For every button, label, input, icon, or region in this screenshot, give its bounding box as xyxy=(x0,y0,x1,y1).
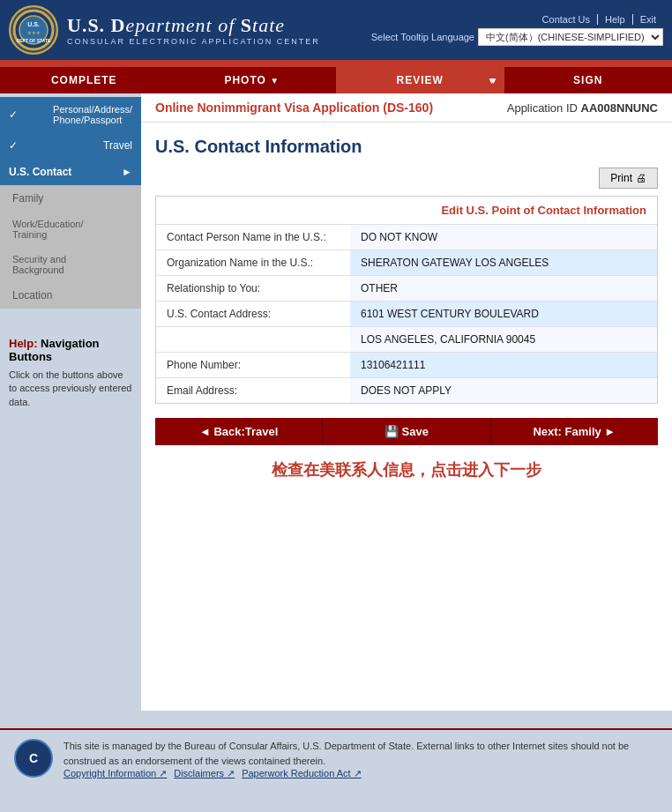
table-row: Phone Number: 13106421111 xyxy=(156,353,657,378)
tab-sign[interactable]: SIGN xyxy=(504,67,673,93)
field-value-2: OTHER xyxy=(350,276,657,301)
field-label-4 xyxy=(156,327,350,352)
field-value-0: DO NOT KNOW xyxy=(350,225,657,250)
field-value-6: DOES NOT APPLY xyxy=(350,378,657,403)
help-title: Help: Navigation Buttons xyxy=(9,337,132,363)
nav-tabs: COMPLETE PHOTO ▼ REVIEW ▼ SIGN xyxy=(0,67,672,93)
sidebar-label-travel: Travel xyxy=(103,139,132,152)
app-id-value: AA008NNUNC xyxy=(581,101,658,115)
sidebar-item-travel[interactable]: ✓ Travel xyxy=(0,132,141,159)
sidebar-label-personal: Personal/Address/Phone/Passport xyxy=(53,104,132,125)
next-button[interactable]: Next: Family ► xyxy=(491,418,658,445)
lang-label: Select Tooltip Language xyxy=(371,32,474,42)
copyright-link[interactable]: Copyright Information ↗ xyxy=(63,768,167,779)
footer-text: This site is managed by the Bureau of Co… xyxy=(63,739,658,768)
back-button[interactable]: ◄ Back:Travel xyxy=(155,418,322,445)
sidebar-item-security[interactable]: Security andBackground xyxy=(0,247,141,282)
sidebar-label-location: Location xyxy=(12,289,52,302)
table-row: Relationship to You: OTHER xyxy=(156,276,657,302)
table-row: Email Address: DOES NOT APPLY xyxy=(156,378,657,403)
field-value-4: LOS ANGELES, CALIFORNIA 90045 xyxy=(350,327,657,352)
sidebar: ✓ Personal/Address/Phone/Passport ✓ Trav… xyxy=(0,93,141,711)
tab-photo[interactable]: PHOTO ▼ xyxy=(168,67,337,93)
check-icon: ✓ xyxy=(9,108,18,121)
edit-link[interactable]: Edit U.S. Point of Contact Information xyxy=(441,204,646,217)
sidebar-label-work: Work/Education/Training xyxy=(12,219,84,240)
app-title: Online Nonimmigrant Visa Application (DS… xyxy=(155,101,433,115)
help-label: Help: xyxy=(9,337,38,350)
field-value-5: 13106421111 xyxy=(350,353,657,377)
page-title: U.S. Contact Information xyxy=(141,123,672,164)
print-btn-area: Print 🖨 xyxy=(141,164,672,196)
sidebar-item-work[interactable]: Work/Education/Training xyxy=(0,212,141,247)
svg-text:U.S.: U.S. xyxy=(27,21,40,27)
review-dropdown-icon: ▼ xyxy=(488,76,497,86)
application-header: Online Nonimmigrant Visa Application (DS… xyxy=(141,93,672,123)
annotation-text: 检查在美联系人信息，点击进入下一步 xyxy=(155,459,658,480)
field-label-2: Relationship to You: xyxy=(156,276,350,301)
field-label-1: Organization Name in the U.S.: xyxy=(156,250,350,275)
help-section: Help: Navigation Buttons Click on the bu… xyxy=(0,326,141,420)
content-area: Online Nonimmigrant Visa Application (DS… xyxy=(141,93,672,711)
edit-link-row: Edit U.S. Point of Contact Information xyxy=(156,197,657,225)
print-icon: 🖨 xyxy=(636,172,646,184)
field-value-1: SHERATON GATEWAY LOS ANGELES xyxy=(350,250,657,275)
help-text: Click on the buttons above to access pre… xyxy=(9,369,132,409)
save-button[interactable]: 💾 Save xyxy=(322,418,490,445)
sidebar-label-security: Security andBackground xyxy=(12,254,66,275)
header-title: U.S. Department of State CONSULAR ELECTR… xyxy=(67,14,320,46)
footer: C This site is managed by the Bureau of … xyxy=(0,728,672,788)
sidebar-label-us-contact: U.S. Contact xyxy=(9,166,71,178)
photo-arrow-icon: ▼ xyxy=(270,76,280,86)
sidebar-item-us-contact[interactable]: U.S. Contact ► xyxy=(0,159,141,185)
action-bar: ◄ Back:Travel 💾 Save Next: Family ► xyxy=(155,418,658,445)
sidebar-item-location[interactable]: Location xyxy=(0,282,141,309)
sidebar-label-family: Family xyxy=(12,192,43,205)
info-section: Edit U.S. Point of Contact Information C… xyxy=(155,196,658,404)
footer-seal: C xyxy=(14,739,53,778)
red-stripe xyxy=(0,60,672,67)
app-id-label: Application ID xyxy=(507,101,578,115)
table-row: U.S. Contact Address: 6101 WEST CENTURY … xyxy=(156,302,657,327)
svg-text:DEPT OF STATE: DEPT OF STATE xyxy=(17,38,51,43)
header: U.S. ★ ★ ★ DEPT OF STATE U.S. Department… xyxy=(0,0,672,60)
sidebar-item-family[interactable]: Family xyxy=(0,185,141,212)
agency-subtitle: CONSULAR ELECTRONIC APPLICATION CENTER xyxy=(67,37,320,46)
seal-logo: U.S. ★ ★ ★ DEPT OF STATE xyxy=(9,5,58,55)
app-id: Application ID AA008NNUNC xyxy=(507,101,658,115)
top-links: Contact Us Help Exit xyxy=(535,14,663,25)
main-wrapper: ✓ Personal/Address/Phone/Passport ✓ Trav… xyxy=(0,93,672,711)
tab-review[interactable]: REVIEW ▼ xyxy=(336,67,504,93)
header-left: U.S. ★ ★ ★ DEPT OF STATE U.S. Department… xyxy=(9,5,320,55)
language-selector[interactable]: Select Tooltip Language 中文(简体）(CHINESE-S… xyxy=(371,28,663,46)
disclaimer-link[interactable]: Disclaimers ↗ xyxy=(174,768,235,779)
exit-link[interactable]: Exit xyxy=(633,14,663,25)
header-right: Contact Us Help Exit Select Tooltip Lang… xyxy=(371,14,663,46)
field-label-0: Contact Person Name in the U.S.: xyxy=(156,225,350,250)
field-label-6: Email Address: xyxy=(156,378,350,403)
footer-links: Copyright Information ↗ Disclaimers ↗ Pa… xyxy=(63,768,658,779)
agency-name: U.S. Department of State xyxy=(67,14,320,37)
svg-text:★ ★ ★: ★ ★ ★ xyxy=(27,30,41,35)
table-row: Organization Name in the U.S.: SHERATON … xyxy=(156,250,657,276)
print-button[interactable]: Print 🖨 xyxy=(599,168,658,189)
field-label-3: U.S. Contact Address: xyxy=(156,302,350,326)
field-value-3: 6101 WEST CENTURY BOULEVARD xyxy=(350,302,657,326)
field-label-5: Phone Number: xyxy=(156,353,350,377)
help-link[interactable]: Help xyxy=(598,14,633,25)
check-icon-travel: ✓ xyxy=(9,139,18,152)
table-row: Contact Person Name in the U.S.: DO NOT … xyxy=(156,225,657,250)
table-row: LOS ANGELES, CALIFORNIA 90045 xyxy=(156,327,657,353)
lang-dropdown[interactable]: 中文(简体）(CHINESE-SIMPLIFIED) xyxy=(478,28,663,46)
sidebar-arrow-icon: ► xyxy=(122,166,132,178)
contact-us-link[interactable]: Contact Us xyxy=(535,14,598,25)
paperwork-link[interactable]: Paperwork Reduction Act ↗ xyxy=(242,768,362,779)
tab-complete[interactable]: COMPLETE xyxy=(0,67,168,93)
sidebar-item-personal[interactable]: ✓ Personal/Address/Phone/Passport xyxy=(0,97,141,132)
footer-content: This site is managed by the Bureau of Co… xyxy=(63,739,658,779)
